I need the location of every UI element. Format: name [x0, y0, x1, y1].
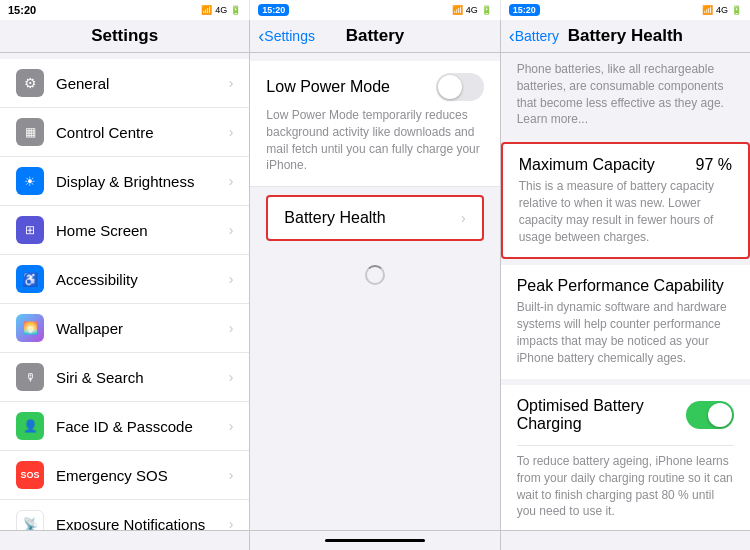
main-panels: ⚙ General › ▦ Control Centre › ☀ Display… [0, 53, 750, 530]
network-2: 4G [466, 5, 478, 15]
time-3: 15:20 [509, 4, 540, 16]
max-capacity-section: Maximum Capacity 97 % This is a measure … [501, 142, 750, 259]
optimised-row: Optimised Battery Charging [501, 385, 750, 445]
sidebar-item-siri[interactable]: 🎙 Siri & Search › [0, 353, 249, 402]
signal-icon-1: 📶 [201, 5, 212, 15]
network-1: 4G [215, 5, 227, 15]
time-2: 15:20 [258, 4, 289, 16]
chevron-icon-faceid: › [229, 418, 234, 434]
display-label: Display & Brightness [56, 173, 229, 190]
home-screen-label: Home Screen [56, 222, 229, 239]
panel3-back-label: Battery [515, 28, 559, 44]
accessibility-icon: ♿ [16, 265, 44, 293]
low-power-desc: Low Power Mode temporarily reduces backg… [266, 107, 483, 174]
sidebar-item-display[interactable]: ☀ Display & Brightness › [0, 157, 249, 206]
battery-icon-3: 🔋 [731, 5, 742, 15]
faceid-icon: 👤 [16, 412, 44, 440]
emergency-label: Emergency SOS [56, 467, 229, 484]
status-bar: 15:20 📶 4G 🔋 15:20 📶 4G 🔋 15:20 📶 4G 🔋 [0, 0, 750, 20]
sidebar-item-wallpaper[interactable]: 🌅 Wallpaper › [0, 304, 249, 353]
network-3: 4G [716, 5, 728, 15]
faceid-label: Face ID & Passcode [56, 418, 229, 435]
battery-health-wrapper: Battery Health › [258, 195, 491, 241]
max-capacity-label: Maximum Capacity [519, 156, 655, 174]
optimised-label: Optimised Battery Charging [517, 397, 686, 433]
signal-icon-2: 📶 [452, 5, 463, 15]
sidebar-item-faceid[interactable]: 👤 Face ID & Passcode › [0, 402, 249, 451]
status-panel-1: 15:20 📶 4G 🔋 [0, 0, 250, 20]
emergency-icon: SOS [16, 461, 44, 489]
low-power-toggle[interactable] [436, 73, 484, 101]
home-screen-icon: ⊞ [16, 216, 44, 244]
chevron-icon-emergency: › [229, 467, 234, 483]
home-indicator[interactable] [325, 539, 425, 542]
exposure-icon: 📡 [16, 510, 44, 530]
sidebar-item-general[interactable]: ⚙ General › [0, 59, 249, 108]
exposure-label: Exposure Notifications [56, 516, 229, 531]
bottom-bar [0, 530, 750, 550]
battery-icon-2: 🔋 [481, 5, 492, 15]
general-label: General [56, 75, 229, 92]
chevron-icon-home: › [229, 222, 234, 238]
general-icon: ⚙ [16, 69, 44, 97]
optimised-desc: To reduce battery ageing, iPhone learns … [517, 453, 734, 520]
chevron-icon-cc: › [229, 124, 234, 140]
bottom-segment-3 [501, 531, 750, 550]
chevron-icon-general: › [229, 75, 234, 91]
panel3-header: ‹ Battery Battery Health [501, 20, 750, 52]
bottom-segment-2 [250, 531, 500, 550]
status-panel-2: 15:20 📶 4G 🔋 [250, 0, 500, 20]
wallpaper-icon: 🌅 [16, 314, 44, 342]
chevron-icon-wallpaper: › [229, 320, 234, 336]
loading-spinner [365, 265, 385, 285]
max-capacity-value: 97 % [696, 156, 732, 174]
panel3-title: Battery Health [568, 26, 683, 46]
signal-icon-3: 📶 [702, 5, 713, 15]
panel1-title: Settings [91, 26, 158, 45]
peak-performance-label: Peak Performance Capability [517, 277, 734, 295]
low-power-toggle-row: Low Power Mode [266, 73, 483, 101]
accessibility-label: Accessibility [56, 271, 229, 288]
panel2-back-btn[interactable]: ‹ Settings [258, 26, 315, 47]
status-icons-1: 📶 4G 🔋 [201, 5, 241, 15]
peak-performance-section: Peak Performance Capability Built-in dyn… [501, 265, 750, 378]
sidebar-item-emergency[interactable]: SOS Emergency SOS › [0, 451, 249, 500]
sidebar-item-control-centre[interactable]: ▦ Control Centre › [0, 108, 249, 157]
battery-health-chevron-icon: › [461, 210, 466, 226]
panel2-header: ‹ Settings Battery [250, 20, 500, 52]
optimised-toggle-knob [708, 403, 732, 427]
low-power-mode-item: Low Power Mode Low Power Mode temporaril… [250, 61, 499, 187]
battery-health-item[interactable]: Battery Health › [266, 195, 483, 241]
loading-spinner-container [250, 245, 499, 305]
chevron-icon-display: › [229, 173, 234, 189]
battery-health-label: Battery Health [284, 209, 385, 227]
wallpaper-label: Wallpaper [56, 320, 229, 337]
chevron-icon-accessibility: › [229, 271, 234, 287]
sidebar-item-exposure[interactable]: 📡 Exposure Notifications › [0, 500, 249, 530]
battery-health-intro: Phone batteries, like all rechargeable b… [501, 53, 750, 136]
battery-health-panel: Phone batteries, like all rechargeable b… [501, 53, 750, 530]
peak-performance-row: Peak Performance Capability Built-in dyn… [501, 265, 750, 378]
settings-list: ⚙ General › ▦ Control Centre › ☀ Display… [0, 59, 249, 530]
time-1: 15:20 [8, 4, 36, 16]
settings-panel: ⚙ General › ▦ Control Centre › ☀ Display… [0, 53, 250, 530]
optimised-section: Optimised Battery Charging To reduce bat… [501, 385, 750, 530]
panel2-title: Battery [346, 26, 405, 46]
control-centre-label: Control Centre [56, 124, 229, 141]
max-capacity-row: Maximum Capacity 97 % This is a measure … [503, 144, 748, 257]
panel1-header: Settings [0, 20, 250, 52]
max-capacity-desc: This is a measure of battery capacity re… [519, 178, 732, 245]
chevron-icon-siri: › [229, 369, 234, 385]
sidebar-item-home-screen[interactable]: ⊞ Home Screen › [0, 206, 249, 255]
status-panel-3: 15:20 📶 4G 🔋 [501, 0, 750, 20]
low-power-section: Low Power Mode Low Power Mode temporaril… [250, 61, 499, 187]
battery-panel: Low Power Mode Low Power Mode temporaril… [250, 53, 500, 530]
chevron-icon-exposure: › [229, 516, 234, 530]
siri-icon: 🎙 [16, 363, 44, 391]
sidebar-item-accessibility[interactable]: ♿ Accessibility › [0, 255, 249, 304]
peak-performance-desc: Built-in dynamic software and hardware s… [517, 299, 734, 366]
panel2-back-label: Settings [264, 28, 315, 44]
panel3-back-btn[interactable]: ‹ Battery [509, 26, 559, 47]
battery-icon-1: 🔋 [230, 5, 241, 15]
optimised-toggle[interactable] [686, 401, 734, 429]
